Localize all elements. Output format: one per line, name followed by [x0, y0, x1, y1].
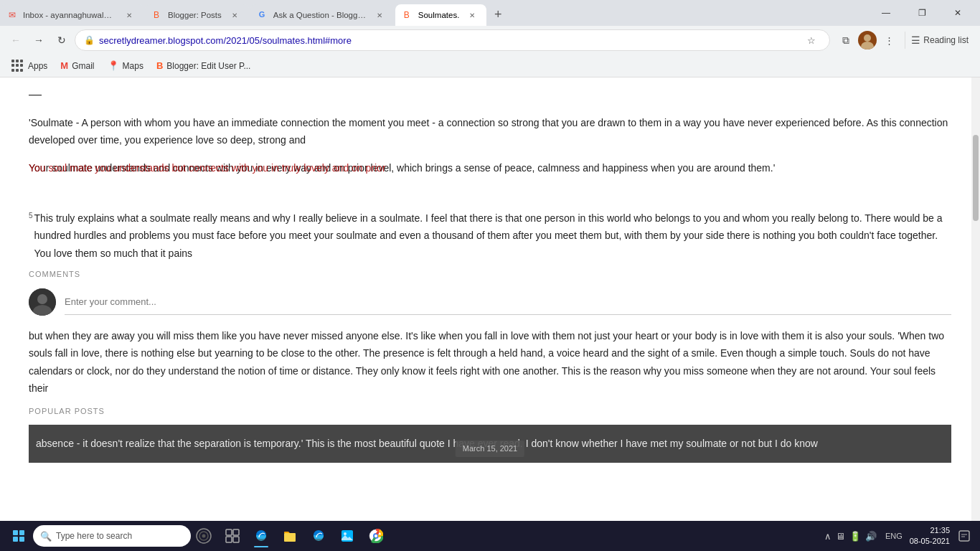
bookmarks-bar: Apps M Gmail 📍 Maps B Blogger: Edit User…	[0, 55, 980, 77]
dark-overlay-paragraph: absence - it doesn't realize that the se…	[29, 425, 951, 463]
svg-point-18	[374, 534, 377, 537]
notification-center-button[interactable]	[954, 526, 974, 546]
browser-window: ✉ Inbox - ayannaghuwalewala@gm ✕ B Blogg…	[0, 0, 980, 551]
address-bar[interactable]: 🔒 secretlydreamer.blogspot.com/2021/05/s…	[75, 29, 830, 51]
tab-inbox-label: Inbox - ayannaghuwalewala@gm	[23, 11, 116, 19]
search-icon: 🔍	[40, 531, 52, 542]
svg-rect-8	[226, 529, 232, 535]
bookmark-apps[interactable]: Apps	[6, 57, 53, 75]
taskbar-search-box[interactable]: 🔍 Type here to search	[33, 525, 191, 547]
taskbar-task-view[interactable]	[220, 523, 245, 549]
search-placeholder-text: Type here to search	[56, 531, 132, 541]
svg-rect-19	[959, 531, 969, 541]
svg-point-1	[861, 42, 874, 50]
tab-blogger-posts-close[interactable]: ✕	[229, 9, 240, 21]
forward-button[interactable]: →	[29, 30, 49, 50]
taskbar-chrome[interactable]	[363, 523, 389, 549]
blog-main: — 'Soulmate - A person with whom you hav…	[0, 77, 980, 551]
start-button[interactable]	[6, 523, 32, 549]
blog-overlapping-text: Your soulmate understands and connects w…	[29, 159, 951, 199]
taskbar-right: ∧ 🖥 🔋 🔊 ENG 21:35 08-05-2021	[823, 525, 974, 547]
back-button[interactable]: ←	[6, 30, 26, 50]
blogger-bookmark-icon: B	[156, 60, 163, 71]
taskbar-apps	[220, 523, 389, 549]
profile-avatar	[858, 31, 877, 50]
tray-volume-icon[interactable]: 🔊	[864, 529, 878, 543]
tabs-row: ✉ Inbox - ayannaghuwalewala@gm ✕ B Blogg…	[0, 0, 980, 26]
tab-ask-question-close[interactable]: ✕	[374, 9, 385, 21]
tray-arrow-icon[interactable]: ∧	[823, 529, 833, 543]
comment-box	[29, 288, 951, 316]
taskbar-edge[interactable]	[248, 523, 274, 549]
tab-blogger-posts[interactable]: B Blogger: Posts ✕	[145, 4, 249, 26]
clock-date: 08-05-2021	[910, 536, 950, 547]
gmail-favicon: ✉	[9, 10, 19, 20]
tab-soulmates-close[interactable]: ✕	[466, 9, 478, 21]
blog-main-para2: but when they are away you will miss the…	[29, 327, 951, 397]
title-bar: ✉ Inbox - ayannaghuwalewala@gm ✕ B Blogg…	[0, 0, 980, 26]
tab-ask-question[interactable]: G Ask a Question - Blogger Comm... ✕	[250, 4, 394, 26]
tray-battery-icon[interactable]: 🔋	[848, 529, 862, 543]
bookmark-maps[interactable]: 📍 Maps	[102, 57, 149, 75]
page-area: — 'Soulmate - A person with whom you hav…	[0, 77, 980, 551]
maximize-button[interactable]: ❐	[905, 0, 938, 26]
svg-point-7	[202, 534, 206, 538]
svg-rect-12	[284, 533, 296, 542]
apps-grid-icon	[11, 60, 24, 72]
reading-list-button[interactable]: ☰ Reading list	[905, 32, 974, 49]
address-bar-row: ← → ↻ 🔒 secretlydreamer.blogspot.com/202…	[0, 26, 980, 55]
reload-button[interactable]: ↻	[52, 30, 72, 50]
close-button[interactable]: ✕	[941, 0, 974, 26]
cortana-button[interactable]	[192, 524, 215, 547]
taskbar-file-explorer[interactable]	[277, 523, 303, 549]
tab-soulmates[interactable]: B Soulmates. ✕	[395, 4, 487, 26]
svg-point-14	[344, 532, 347, 535]
bookmark-gmail[interactable]: M Gmail	[55, 57, 100, 75]
comments-label: COMMENTS	[29, 268, 951, 281]
windows-logo-icon	[13, 530, 24, 542]
soulmates-favicon: B	[404, 10, 414, 20]
browser-menu-button[interactable]: ⋮	[879, 30, 899, 50]
dark-para-text: absence - it doesn't realize that the se…	[36, 438, 818, 449]
language-indicator[interactable]: ENG	[882, 532, 905, 540]
tab-ask-question-label: Ask a Question - Blogger Comm...	[273, 11, 367, 19]
bookmark-blogger[interactable]: B Blogger: Edit User P...	[151, 57, 257, 75]
popular-posts-label: POPULAR POSTS	[29, 405, 951, 418]
scrollbar-thumb[interactable]	[973, 135, 979, 221]
gmail-bookmark-icon: M	[60, 60, 68, 71]
blogger-posts-favicon: B	[154, 10, 164, 20]
taskbar-edge2[interactable]	[306, 523, 331, 549]
svg-point-0	[864, 34, 871, 42]
new-tab-button[interactable]: +	[488, 4, 508, 24]
address-text: secretlydreamer.blogspot.com/2021/05/sou…	[99, 35, 798, 46]
minimize-button[interactable]: —	[870, 0, 903, 26]
superscript-marker: 5	[29, 209, 33, 222]
tab-soulmates-label: Soulmates.	[418, 11, 460, 19]
bookmark-star-button[interactable]: ☆	[802, 31, 821, 50]
blog-quote: 'Soulmate - A person with whom you have …	[29, 114, 951, 149]
date-tag: March 15, 2021	[456, 441, 524, 457]
tab-blogger-posts-label: Blogger: Posts	[168, 11, 222, 19]
blog-text-layer2: You soul mate you understands but connec…	[29, 159, 386, 177]
extensions-button[interactable]: ⧉	[836, 30, 856, 50]
svg-rect-11	[233, 537, 239, 542]
maps-bookmark-icon: 📍	[108, 60, 119, 71]
blogger-bookmark-label: Blogger: Edit User P...	[166, 61, 250, 71]
taskbar-clock[interactable]: 21:35 08-05-2021	[910, 525, 950, 547]
lock-icon: 🔒	[84, 35, 95, 45]
comment-input[interactable]	[65, 289, 951, 315]
taskbar-photos[interactable]	[334, 523, 360, 549]
window-controls: — ❐ ✕	[864, 0, 980, 26]
system-tray-icons: ∧ 🖥 🔋 🔊	[823, 529, 878, 543]
apps-label: Apps	[28, 61, 47, 71]
clock-time: 21:35	[930, 525, 950, 536]
tray-network-icon[interactable]: 🖥	[834, 529, 847, 543]
svg-rect-9	[233, 529, 239, 535]
profile-button[interactable]	[857, 30, 877, 50]
blog-main-para1: This truly explains what a soulmate real…	[34, 209, 951, 263]
svg-point-3	[37, 294, 47, 304]
reading-list-label: Reading list	[923, 35, 969, 45]
tab-inbox[interactable]: ✉ Inbox - ayannaghuwalewala@gm ✕	[0, 4, 143, 26]
tab-inbox-close[interactable]: ✕	[123, 9, 135, 21]
gmail-bookmark-label: Gmail	[72, 61, 94, 71]
